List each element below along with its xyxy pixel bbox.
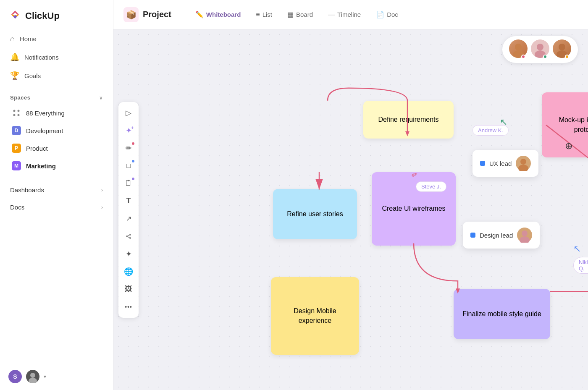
card-finalize-mobile[interactable]: Finalize mobile style guide [454,289,550,339]
tool-nodes[interactable] [121,229,136,244]
spaces-label: Spaces [10,94,31,101]
sidebar-item-dashboards[interactable]: Dashboards › [0,181,113,199]
whiteboard-tab-label: Whiteboard [206,11,241,18]
board-tab-icon: ▦ [287,10,294,18]
sidebar-item-docs[interactable]: Docs › [0,199,113,216]
design-lead-card[interactable]: Design lead [463,222,540,249]
product-avatar: P [12,144,21,153]
logo-area: ClickUp [0,0,113,30]
tool-text[interactable]: T [121,194,136,209]
svg-point-18 [559,44,565,50]
whiteboard-tab-icon: ✏️ [195,10,204,18]
svg-point-31 [520,236,530,243]
ux-lead-label: UX lead [489,160,512,167]
tool-magic[interactable]: ✦ [121,246,136,262]
svg-point-8 [29,378,37,383]
blue-pointer-cursor: ↖ [573,243,581,254]
card-design-mobile[interactable]: Design Mobile experience [271,277,359,355]
svg-point-6 [18,114,20,116]
project-title-group: 📦 Project [123,7,180,22]
sidebar-item-home[interactable]: ⌂ Home [5,30,108,47]
tool-note[interactable]: 🗒 [121,176,136,191]
card-create-ui-wireframes-text: Create UI wireframes [382,204,445,213]
svg-point-7 [30,373,35,378]
tool-cursor[interactable]: ▷ [121,105,136,120]
topbar: 📦 Project ✏️ Whiteboard ≡ List ▦ Board —… [113,0,588,29]
logo-text: ClickUp [25,10,60,21]
sidebar-item-development[interactable]: D Development [2,122,111,139]
tool-sparkle[interactable]: ✦ + [121,123,136,138]
user-tag-steve-label: Steve J. [421,183,441,190]
svg-marker-0 [11,10,19,15]
collaborator-2 [531,39,549,60]
tool-draw[interactable]: ↗ [121,211,136,226]
tool-square[interactable]: □ [121,158,136,173]
sidebar-item-notifications[interactable]: 🔔 Notifications [5,48,108,66]
sidebar-item-product[interactable]: P Product [2,139,111,157]
svg-point-16 [537,44,543,50]
card-define-requirements[interactable]: Define requirements [363,101,454,139]
card-refine-user-stories-text: Refine user stories [287,209,343,219]
tab-list[interactable]: ≡ List [249,8,279,22]
tab-nav: ✏️ Whiteboard ≡ List ▦ Board — Timeline … [189,7,405,22]
development-avatar: D [12,126,21,135]
list-tab-icon: ≡ [256,11,260,18]
dashboards-label: Dashboards [10,186,44,194]
current-user-avatar-2[interactable] [26,370,39,383]
sidebar-item-marketing[interactable]: M Marketing [2,157,111,175]
everything-icon [12,108,21,118]
ux-lead-avatar [516,156,531,171]
svg-point-29 [518,165,528,171]
board-tab-label: Board [296,11,313,18]
trophy-icon: 🏆 [10,71,19,80]
timeline-tab-icon: — [328,11,335,18]
svg-point-30 [522,230,528,236]
tool-image[interactable]: 🖼 [121,282,136,297]
design-lead-dot [470,233,475,238]
svg-point-28 [520,159,526,165]
svg-point-14 [515,44,522,50]
collaborators-panel [502,36,578,63]
card-design-mobile-text: Design Mobile experience [279,306,351,325]
green-pointer-cursor: ↖ [500,117,507,128]
whiteboard-canvas[interactable]: ▷ ✦ + ✏ □ 🗒 T ↗ ✦ 🌐 🖼 [113,29,588,390]
svg-point-4 [18,110,20,112]
user-dropdown-arrow[interactable]: ▾ [44,374,46,380]
card-finalize-mobile-text: Finalize mobile style guide [462,309,541,319]
sidebar-item-goals[interactable]: 🏆 Goals [5,67,108,84]
chevron-right-icon: › [101,204,103,210]
card-define-requirements-text: Define requirements [378,115,438,124]
svg-line-12 [127,235,130,236]
sidebar-item-development-label: Development [26,127,63,134]
svg-point-5 [13,114,16,116]
card-mockup-prototype-text: Mock-up interactive prototype [550,115,588,134]
sidebar-item-marketing-label: Marketing [26,162,56,170]
spaces-header[interactable]: Spaces ∨ [0,91,113,104]
user-tag-nikita: Nikita Q. [573,257,588,274]
tool-pen[interactable]: ✏ [121,141,136,156]
tab-doc[interactable]: 📄 Doc [369,7,405,22]
ux-lead-card[interactable]: UX lead [472,150,538,177]
card-refine-user-stories[interactable]: Refine user stories [273,189,357,239]
tool-square-dot [132,160,134,162]
chevron-down-icon: ∨ [99,95,103,101]
current-user-avatar-s[interactable]: S [8,370,22,383]
tab-timeline[interactable]: — Timeline [321,8,368,22]
tab-whiteboard[interactable]: ✏️ Whiteboard [189,7,248,22]
sidebar-item-home-label: Home [20,35,37,42]
chevron-right-icon: › [101,187,103,193]
move-cursor-icon: ⊕ [565,141,572,152]
design-lead-label: Design lead [480,232,513,239]
doc-tab-icon: 📄 [376,10,384,18]
sidebar-item-goals-label: Goals [24,72,41,79]
tool-globe[interactable]: 🌐 [121,264,136,279]
clickup-logo-icon [8,9,22,23]
doc-tab-label: Doc [387,11,398,18]
tab-board[interactable]: ▦ Board [281,7,320,22]
tool-note-dot [132,178,134,180]
tool-more[interactable]: ••• [121,299,136,314]
sidebar-item-everything[interactable]: 88 Everything [2,104,111,122]
svg-point-3 [13,110,16,112]
collaborator-3 [553,39,571,60]
user-tag-steve: Steve J. [416,181,446,192]
